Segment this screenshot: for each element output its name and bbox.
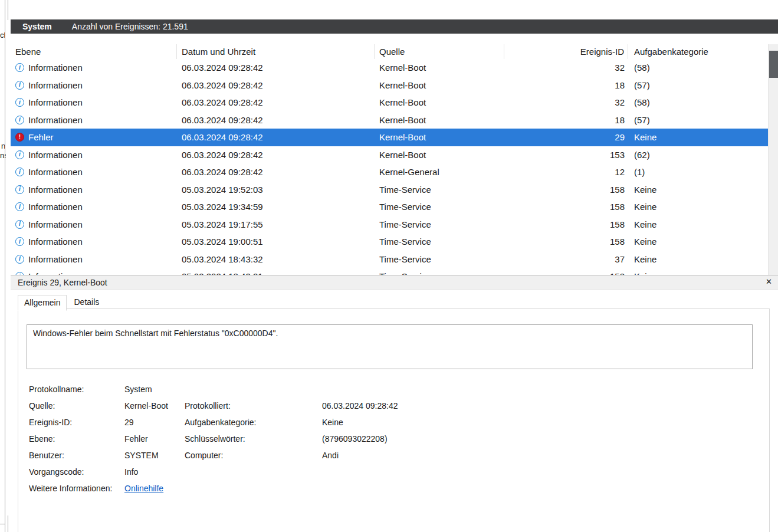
column-header-ebene[interactable]: Ebene	[11, 44, 177, 59]
info-icon: i	[15, 150, 24, 159]
detail-tabs: Allgemein Details	[18, 295, 106, 311]
event-level: Informationen	[28, 80, 83, 90]
event-source: Kernel-Boot	[375, 77, 504, 94]
event-level: Informationen	[28, 150, 83, 160]
property-row: Ebene: Fehler Schlüsselwörter: (87960930…	[29, 431, 757, 447]
event-row[interactable]: i Informationen 05.03.2024 19:00:51 Time…	[11, 233, 768, 251]
event-source: Time-Service	[375, 268, 504, 275]
pane-divider	[8, 0, 8, 20]
event-datetime: 05.03.2024 19:52:03	[177, 181, 375, 199]
property-value: Keine	[322, 418, 343, 427]
event-row[interactable]: i Informationen 06.03.2024 09:28:42 Kern…	[11, 77, 768, 94]
event-source: Kernel-Boot	[375, 146, 504, 164]
info-icon: i	[15, 255, 24, 264]
log-header-bar: System Anzahl von Ereignissen: 21.591	[11, 19, 778, 34]
event-category: Keine	[628, 181, 768, 199]
property-value: Andi	[322, 451, 339, 460]
detail-content: Windows-Fehler beim Schnellstart mit Feh…	[18, 308, 770, 532]
property-row: Vorgangscode: Info	[29, 464, 757, 480]
event-row[interactable]: i Informationen 06.03.2024 09:28:42 Kern…	[11, 146, 768, 164]
event-row[interactable]: i Informationen 06.03.2024 09:28:42 Kern…	[11, 111, 768, 129]
event-row[interactable]: i Informationen 06.03.2024 09:28:42 Kern…	[11, 59, 768, 77]
event-category: (57)	[628, 77, 768, 94]
event-category: Keine	[628, 198, 768, 216]
event-datetime: 06.03.2024 09:28:42	[177, 146, 375, 164]
event-row[interactable]: i Informationen 05.03.2024 18:43:32 Time…	[11, 251, 768, 268]
event-source: Kernel-General	[375, 163, 504, 181]
pane-divider	[0, 524, 5, 524]
event-id: 18	[504, 77, 628, 94]
event-level: Informationen	[28, 219, 83, 229]
event-table-body: i Informationen 06.03.2024 09:28:42 Kern…	[11, 59, 768, 275]
event-id: 158	[504, 216, 628, 234]
event-row[interactable]: ! Fehler 06.03.2024 09:28:42 Kernel-Boot…	[11, 129, 768, 146]
event-id: 153	[504, 146, 628, 164]
tab-allgemein[interactable]: Allgemein	[18, 295, 67, 311]
event-category: (58)	[628, 59, 768, 77]
online-help-link[interactable]: Onlinehilfe	[124, 484, 163, 493]
event-level: Informationen	[28, 97, 83, 107]
event-id: 37	[504, 251, 628, 268]
column-header-datum[interactable]: Datum und Uhrzeit	[177, 44, 375, 59]
event-datetime: 06.03.2024 09:28:42	[177, 94, 375, 111]
event-level: Informationen	[28, 202, 83, 212]
property-label: Computer:	[185, 451, 223, 460]
event-category: Keine	[628, 216, 768, 234]
event-id: 158	[504, 233, 628, 251]
event-id: 29	[504, 129, 628, 146]
pane-divider	[8, 515, 8, 532]
event-row[interactable]: i Informationen 05.03.2024 19:34:59 Time…	[11, 198, 768, 216]
property-value: SYSTEM	[124, 451, 159, 460]
event-row[interactable]: i Informationen 05.03.2024 18:43:31 Time…	[11, 268, 768, 275]
event-source: Kernel-Boot	[375, 129, 504, 146]
event-level: Informationen	[28, 63, 83, 73]
event-datetime: 06.03.2024 09:28:42	[177, 129, 375, 146]
info-icon: i	[15, 168, 24, 176]
event-datetime: 05.03.2024 19:17:55	[177, 216, 375, 234]
info-icon: i	[15, 220, 24, 229]
property-row: Quelle: Kernel-Boot Protokolliert: 06.03…	[29, 398, 757, 414]
event-source: Time-Service	[375, 216, 504, 234]
vertical-scrollbar[interactable]	[768, 44, 778, 275]
log-name: System	[22, 22, 52, 31]
info-icon: i	[15, 202, 24, 211]
event-category: Keine	[628, 268, 768, 275]
column-header-aufgabenkategorie[interactable]: Aufgabenkategorie	[628, 44, 768, 59]
event-properties: Protokollname: System Quelle: Kernel-Boo…	[29, 381, 757, 497]
info-icon: i	[15, 81, 24, 90]
event-row[interactable]: i Informationen 05.03.2024 19:17:55 Time…	[11, 216, 768, 234]
event-datetime: 06.03.2024 09:28:42	[177, 77, 375, 94]
event-count: Anzahl von Ereignissen: 21.591	[72, 22, 188, 31]
left-window-edge: ch n ns	[0, 0, 11, 532]
tree-text-fragment: ch	[0, 31, 5, 40]
column-header-quelle[interactable]: Quelle	[375, 44, 504, 59]
event-category: (62)	[628, 146, 768, 164]
property-value: Kernel-Boot	[124, 401, 168, 411]
event-row[interactable]: i Informationen 06.03.2024 09:28:42 Kern…	[11, 94, 768, 111]
property-label: Protokolliert:	[185, 401, 231, 411]
detail-title-bar: Ereignis 29, Kernel-Boot ✕	[11, 275, 778, 290]
event-row[interactable]: i Informationen 06.03.2024 09:28:42 Kern…	[11, 163, 768, 181]
event-level: Informationen	[28, 237, 83, 247]
event-datetime: 06.03.2024 09:28:42	[177, 111, 375, 129]
event-row[interactable]: i Informationen 05.03.2024 19:52:03 Time…	[11, 181, 768, 199]
property-label: Aufgabenkategorie:	[185, 418, 256, 427]
column-header-ereignis-id[interactable]: Ereignis-ID	[504, 44, 628, 59]
event-category: (57)	[628, 111, 768, 129]
tab-details[interactable]: Details	[68, 295, 105, 311]
property-label: Protokollname:	[29, 385, 84, 394]
event-datetime: 05.03.2024 19:34:59	[177, 198, 375, 216]
property-row: Ereignis-ID: 29 Aufgabenkategorie: Keine	[29, 414, 757, 431]
info-icon: i	[15, 185, 24, 194]
property-row: Benutzer: SYSTEM Computer: Andi	[29, 447, 757, 464]
event-id: 32	[504, 59, 628, 77]
scrollbar-thumb[interactable]	[769, 51, 778, 78]
property-value: Info	[124, 467, 138, 477]
event-datetime: 05.03.2024 18:43:32	[177, 251, 375, 268]
table-column-headers: Ebene Datum und Uhrzeit Quelle Ereignis-…	[11, 44, 768, 59]
property-label: Ebene:	[29, 434, 55, 444]
event-id: 158	[504, 198, 628, 216]
info-icon: i	[15, 63, 24, 72]
event-source: Time-Service	[375, 233, 504, 251]
close-icon[interactable]: ✕	[766, 277, 772, 286]
